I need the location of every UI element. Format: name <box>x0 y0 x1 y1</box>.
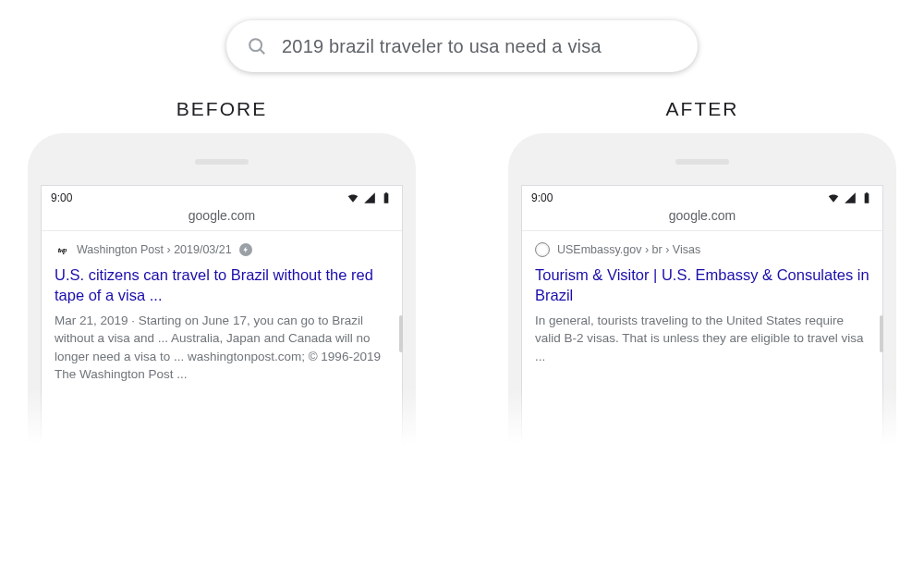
url-bar: google.com <box>42 206 402 231</box>
breadcrumb-text: Washington Post › 2019/03/21 <box>77 243 232 256</box>
favicon-wp: twp <box>55 242 69 257</box>
phone-frame-after: 9:00 google.com USEmbassy.gov › br › Vis… <box>508 133 896 444</box>
phone-frame-before: 9:00 google.com twp Washington Post › 20… <box>28 133 416 444</box>
search-bar[interactable]: 2019 brazil traveler to usa need a visa <box>226 20 698 72</box>
cell-signal-icon <box>363 191 376 204</box>
after-column: AFTER 9:00 google.com USEmbassy.gov › b <box>508 98 896 444</box>
scrollbar-thumb[interactable] <box>880 315 883 352</box>
phone-screen-after: 9:00 google.com USEmbassy.gov › br › Vis… <box>521 185 883 444</box>
battery-icon <box>380 191 393 204</box>
phone-speaker <box>675 159 729 165</box>
favicon-embassy <box>535 242 550 257</box>
search-result-before[interactable]: twp Washington Post › 2019/03/21 U.S. ci… <box>42 231 402 393</box>
amp-icon <box>239 243 252 256</box>
search-query: 2019 brazil traveler to usa need a visa <box>282 36 602 57</box>
before-column: BEFORE 9:00 google.com twp Washington Po <box>28 98 416 444</box>
search-result-after[interactable]: USEmbassy.gov › br › Visas Tourism & Vis… <box>522 231 882 375</box>
status-bar: 9:00 <box>522 186 882 206</box>
result-title[interactable]: Tourism & Visitor | U.S. Embassy & Consu… <box>535 264 869 306</box>
phone-screen-before: 9:00 google.com twp Washington Post › 20… <box>41 185 403 444</box>
status-time: 9:00 <box>531 191 553 204</box>
search-icon <box>247 36 267 56</box>
svg-point-0 <box>249 39 261 51</box>
wifi-icon <box>827 191 840 204</box>
battery-icon <box>860 191 873 204</box>
wifi-icon <box>346 191 359 204</box>
svg-line-1 <box>260 49 264 54</box>
result-snippet: In general, tourists traveling to the Un… <box>535 312 869 366</box>
status-icons <box>346 191 393 204</box>
url-bar: google.com <box>522 206 882 231</box>
result-title[interactable]: U.S. citizens can travel to Brazil witho… <box>55 264 389 306</box>
cell-signal-icon <box>844 191 857 204</box>
before-heading: BEFORE <box>176 98 267 120</box>
snippet-date: Mar 21, 2019 <box>55 314 128 327</box>
scrollbar-thumb[interactable] <box>399 315 403 352</box>
status-icons <box>827 191 873 204</box>
phone-speaker <box>195 159 249 165</box>
status-time: 9:00 <box>51 191 72 204</box>
result-breadcrumb: USEmbassy.gov › br › Visas <box>535 242 869 257</box>
result-snippet: Mar 21, 2019 · Starting on June 17, you … <box>55 312 389 384</box>
breadcrumb-text: USEmbassy.gov › br › Visas <box>557 243 700 256</box>
comparison-row: BEFORE 9:00 google.com twp Washington Po <box>0 98 924 444</box>
status-bar: 9:00 <box>42 186 402 206</box>
after-heading: AFTER <box>666 98 739 120</box>
result-breadcrumb: twp Washington Post › 2019/03/21 <box>55 242 389 257</box>
